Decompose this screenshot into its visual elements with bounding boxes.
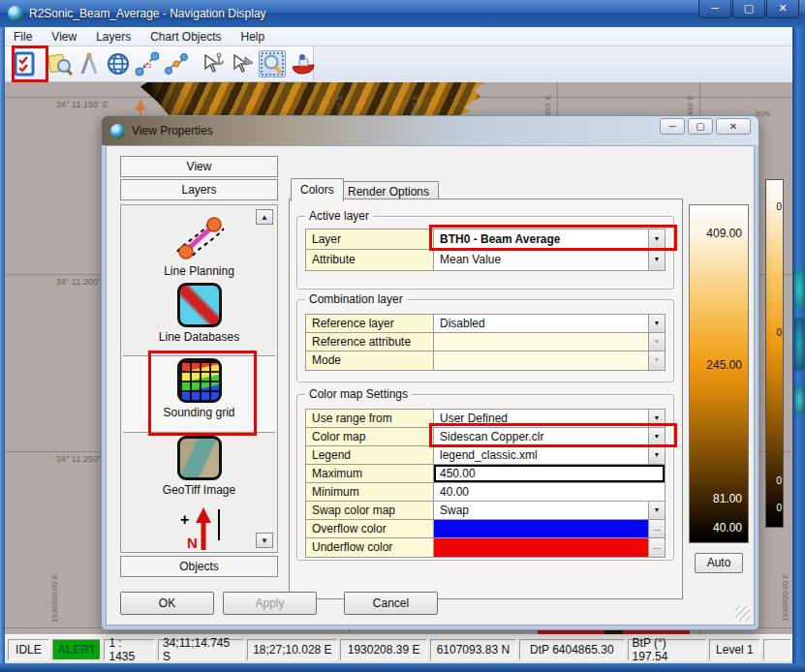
dialog-minimize-button[interactable]: ─ (660, 118, 685, 135)
layers-list: ▲ ▼ Line Planning Line Databases (120, 204, 278, 553)
measure-distance-icon: 6.2 (135, 51, 160, 76)
list-item-line-databases[interactable]: Line Databases (121, 283, 277, 344)
vessel-button[interactable] (290, 50, 317, 77)
layer-combo[interactable]: BTH0 - Beam Average (434, 229, 648, 249)
list-item-sounding-grid[interactable]: Sounding grid (121, 358, 277, 419)
legend-combo-arrow[interactable]: ▼ (648, 446, 665, 464)
globe-button[interactable] (106, 50, 131, 77)
dialog-maximize-button[interactable]: ▢ (688, 118, 713, 135)
auto-button[interactable]: Auto (695, 553, 743, 573)
colorbar-panel: 409.00 245.00 81.00 40.00 (689, 204, 749, 543)
compass-button[interactable] (77, 50, 102, 77)
list-item-line-planning[interactable]: Line Planning (121, 215, 277, 278)
layer-label: Layer (306, 229, 434, 249)
lat-label: 34° 11.200' S (56, 277, 108, 287)
menu-layers[interactable]: Layers (86, 28, 140, 46)
dialog-titlebar[interactable]: View Properties ─ ▢ ✕ (102, 116, 759, 145)
map-color-scale: 0 0 0 0 (765, 179, 784, 528)
statusbar: IDLE ALERT 1 : 1435 34;11;14.745 S 18;27… (4, 634, 794, 663)
dialog-resize-grip[interactable] (735, 606, 750, 621)
status-mode: IDLE (8, 639, 49, 660)
list-item-label: Line Databases (121, 330, 277, 344)
main-window: R2Sonic_Beam_Average - Navigation Displa… (0, 0, 805, 672)
group-title: Active layer (305, 209, 373, 223)
select-cursor-button[interactable] (230, 50, 255, 77)
line-databases-icon (177, 283, 222, 327)
overflow-color-swatch[interactable] (434, 520, 648, 537)
list-item-label: Line Planning (121, 264, 277, 278)
status-latitude: 34;11;14.745 S (158, 639, 244, 660)
maximum-input[interactable]: 450.00 (434, 465, 665, 482)
reference-attribute-combo (434, 333, 648, 351)
route-button[interactable] (164, 50, 189, 77)
ok-button[interactable]: OK (120, 592, 214, 615)
objects-north-icon: + N (174, 507, 225, 550)
window-close-button[interactable]: ✕ (766, 0, 799, 18)
use-range-from-combo-arrow[interactable]: ▼ (648, 410, 665, 427)
zoom-box-icon (260, 51, 285, 76)
color-map-combo[interactable]: Sidescan Copper.clr (434, 428, 648, 445)
scale-tick: 0 (776, 503, 782, 513)
northing-label: 00N (756, 109, 770, 118)
anchor-cursor-button[interactable] (201, 50, 226, 77)
reference-layer-combo[interactable]: Disabled (434, 315, 648, 332)
legend-label: Legend (306, 446, 434, 464)
menu-chart-objects[interactable]: Chart Objects (140, 28, 231, 46)
window-titlebar: R2Sonic_Beam_Average - Navigation Displa… (0, 0, 805, 27)
swap-color-map-combo[interactable]: Swap (434, 502, 648, 519)
menu-view[interactable]: View (42, 28, 86, 46)
cancel-button[interactable]: Cancel (344, 592, 438, 615)
status-scale: 1 : 1435 (104, 639, 155, 660)
lat-label: 34° 11.250' S (56, 454, 108, 464)
route-icon (164, 51, 189, 76)
reference-layer-combo-arrow[interactable]: ▼ (648, 315, 665, 332)
dialog-close-button[interactable]: ✕ (716, 118, 751, 135)
objects-panel-button[interactable]: Objects (120, 556, 278, 577)
menu-file[interactable]: File (4, 28, 42, 46)
layers-panel-button[interactable]: Layers (120, 179, 278, 200)
easting-label: 1930200.00 E (50, 535, 59, 623)
use-range-from-combo[interactable]: User Defined (434, 410, 648, 427)
active-layer-group: Active layer Layer BTH0 - Beam Average ▼… (296, 216, 674, 290)
list-item-geotiff-image[interactable]: GeoTiff Image (121, 436, 277, 497)
measure-distance-button[interactable]: 6.2 (135, 50, 160, 77)
underflow-color-swatch[interactable] (434, 538, 648, 557)
legend-combo[interactable]: legend_classic.xml (434, 446, 648, 464)
geotiff-image-icon (177, 436, 222, 480)
scale-tick: 0 (776, 475, 782, 486)
window-maximize-button[interactable]: ▢ (732, 0, 765, 18)
window-title: R2Sonic_Beam_Average - Navigation Displa… (29, 7, 266, 20)
status-alert[interactable]: ALERT (52, 639, 102, 660)
minimum-input[interactable]: 40.00 (434, 483, 665, 501)
color-map-combo-arrow[interactable]: ▼ (648, 428, 665, 445)
underflow-color-label: Underflow color (306, 538, 434, 557)
view-panel-button[interactable]: View (120, 156, 278, 177)
layer-combo-arrow[interactable]: ▼ (648, 229, 665, 249)
window-border-left (0, 27, 5, 672)
list-item-objects-partial[interactable]: + N (121, 507, 277, 553)
svg-text:+: + (180, 511, 189, 528)
colorbar-label: 81.00 (713, 492, 742, 505)
line-planning-icon (174, 215, 225, 261)
scale-tick: 0 (776, 327, 782, 338)
find-notes-button[interactable] (47, 50, 73, 77)
zoom-box-button[interactable] (259, 50, 286, 77)
attribute-combo[interactable]: Mean Value (434, 250, 648, 270)
border-map-glimpse (794, 318, 804, 371)
underflow-color-picker-button[interactable]: ... (648, 538, 665, 557)
sounding-grid-icon (177, 358, 222, 403)
checklist-button[interactable] (13, 50, 36, 77)
menu-help[interactable]: Help (232, 28, 275, 46)
swap-color-map-combo-arrow[interactable]: ▼ (648, 502, 665, 519)
colorbar-label: 409.00 (706, 227, 742, 240)
window-minimize-button[interactable]: ─ (698, 0, 731, 18)
minimum-label: Minimum (306, 483, 434, 501)
tab-colors[interactable]: Colors (291, 178, 344, 201)
vessel-icon (290, 51, 317, 76)
group-title: Combination layer (305, 292, 407, 306)
group-title: Color map Settings (305, 387, 412, 401)
attribute-combo-arrow[interactable]: ▼ (648, 250, 665, 270)
overflow-color-picker-button[interactable]: ... (648, 520, 665, 537)
dialog-title: View Properties (132, 124, 213, 137)
sonar-imagery-strip (140, 82, 484, 118)
